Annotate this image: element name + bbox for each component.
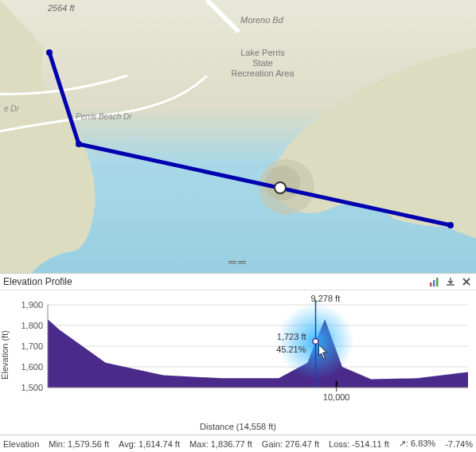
svg-point-3: [76, 141, 82, 147]
svg-text:State: State: [252, 58, 273, 68]
svg-point-5: [275, 182, 286, 193]
svg-text:1,700: 1,700: [21, 341, 43, 351]
panel-header: Elevation Profile: [0, 274, 476, 290]
stats-title: Elevation: [3, 439, 39, 449]
chart-area[interactable]: Elevation (ft) 1,5001,6001,7001,8001,900…: [0, 290, 476, 419]
svg-text:e Dr: e Dr: [4, 104, 20, 113]
svg-text:1,800: 1,800: [21, 321, 43, 330]
y-axis-label: Elevation (ft): [0, 330, 10, 380]
stats-max: Max: 1,836.77 ft: [189, 439, 252, 449]
svg-rect-14: [436, 278, 439, 286]
svg-text:Moreno Bd: Moreno Bd: [240, 15, 284, 25]
svg-text:1,500: 1,500: [21, 383, 43, 392]
stats-bar: Elevation Min: 1,579.56 ft Avg: 1,614.74…: [0, 434, 476, 452]
panel-title: Elevation Profile: [3, 276, 72, 287]
map-viewport[interactable]: 2564 ft Moreno Bd Lake Perris State Recr…: [0, 0, 476, 273]
svg-text:Recreation Area: Recreation Area: [232, 68, 295, 78]
map-svg: 2564 ft Moreno Bd Lake Perris State Recr…: [0, 0, 476, 273]
svg-point-28: [313, 339, 318, 345]
x-axis-label: Distance (14,558 ft): [0, 419, 476, 434]
svg-text:Perris Beach Dr: Perris Beach Dr: [76, 112, 132, 121]
svg-text:1,600: 1,600: [21, 362, 43, 372]
svg-text:Lake Perris: Lake Perris: [240, 48, 285, 57]
svg-rect-12: [430, 282, 432, 286]
svg-rect-13: [433, 280, 435, 286]
svg-point-2: [46, 49, 53, 56]
close-icon[interactable]: [460, 275, 473, 288]
stats-gain: Gain: 276.47 ft: [262, 439, 319, 449]
stats-up-slope: ↗: 6.83%: [399, 438, 435, 449]
elevation-profile-panel: Elevation Profile Elevation (ft) 1,5001,…: [0, 273, 476, 452]
resize-grip[interactable]: ══: [228, 255, 248, 268]
svg-text:10,000: 10,000: [323, 392, 350, 402]
chart-options-icon[interactable]: [428, 275, 441, 288]
svg-text:1,900: 1,900: [21, 300, 43, 310]
stats-min: Min: 1,579.56 ft: [49, 439, 109, 449]
elevation-callout: 2564 ft: [47, 3, 76, 13]
svg-text:9,278 ft: 9,278 ft: [311, 294, 341, 303]
stats-avg: Avg: 1,614.74 ft: [119, 439, 180, 449]
stats-loss: Loss: -514.11 ft: [329, 439, 389, 449]
svg-text:1,723 ft: 1,723 ft: [277, 332, 306, 341]
export-icon[interactable]: [444, 275, 457, 288]
stats-down-slope: -7.74%: [445, 439, 473, 449]
svg-point-4: [447, 222, 454, 228]
svg-text:45.21%: 45.21%: [276, 345, 306, 354]
elevation-chart[interactable]: 1,5001,6001,7001,8001,9009,278 ft1,723 f…: [0, 290, 476, 402]
